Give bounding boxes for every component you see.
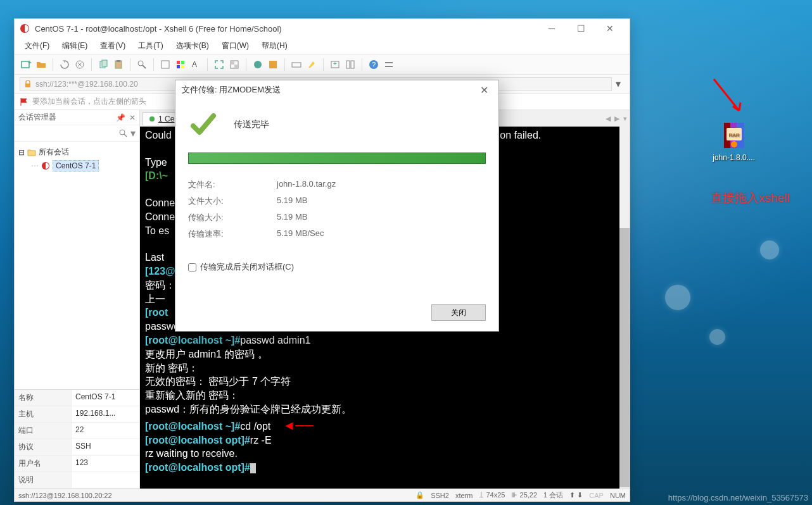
search-icon bbox=[119, 129, 128, 138]
toolbar: + A + ? bbox=[15, 54, 630, 75]
dialog-status: 传送完毕 bbox=[234, 119, 269, 130]
tab-prev[interactable]: ◀ bbox=[606, 115, 611, 123]
dialog-info: 文件名:john-1.8.0.tar.gz 文件大小:5.19 MB 传输大小:… bbox=[188, 177, 486, 242]
folder-icon bbox=[27, 148, 36, 157]
watermark: https://blog.csdn.net/weixin_53567573 bbox=[668, 493, 808, 502]
svg-rect-17 bbox=[177, 61, 180, 64]
transfer-dialog: 文件传输: 用ZMODEM发送 ✕ 传送完毕 文件名:john-1.8.0.ta… bbox=[175, 80, 499, 332]
statusbar: ssh://123@192.168.100.20:22 🔒 SSH2 xterm… bbox=[15, 489, 630, 501]
tb-color[interactable] bbox=[174, 58, 187, 71]
prop-desc-val bbox=[72, 472, 139, 488]
titlebar[interactable]: CentOS 7-1 - root@localhost:/opt - Xshel… bbox=[15, 19, 630, 38]
svg-point-6 bbox=[731, 141, 737, 147]
status-pos: 25,22 bbox=[520, 491, 538, 499]
dialog-checkbox-label: 传输完成后关闭对话框(C) bbox=[200, 261, 294, 273]
menu-window[interactable]: 窗口(W) bbox=[217, 39, 254, 53]
dlg-rate-label: 传输速率: bbox=[188, 228, 277, 240]
tree-session-label: CentOS 7-1 bbox=[53, 160, 99, 171]
prop-desc-key: 说明 bbox=[15, 472, 72, 488]
tb-keyboard[interactable] bbox=[290, 58, 303, 71]
tb-newtab[interactable]: + bbox=[329, 58, 341, 71]
status-address: ssh://123@192.168.100.20:22 bbox=[18, 492, 112, 499]
tb-help[interactable]: ? bbox=[367, 58, 380, 71]
tb-highlight[interactable] bbox=[305, 58, 318, 71]
svg-text:+: + bbox=[28, 59, 31, 66]
tb-xftp[interactable] bbox=[251, 58, 264, 71]
close-button[interactable]: ✕ bbox=[595, 19, 625, 38]
address-text: ssh://123:***@192.168.100.20 bbox=[35, 80, 138, 89]
sidebar: 会话管理器 📌 ✕ ▾ ⊟ 所有会话 ⋯ CentOS bbox=[15, 110, 140, 489]
dlg-filesize-value: 5.19 MB bbox=[277, 196, 307, 207]
prop-host-val: 192.168.1... bbox=[72, 406, 139, 422]
prop-user-val: 123 bbox=[72, 456, 139, 471]
svg-rect-24 bbox=[234, 65, 238, 68]
minimize-button[interactable]: ─ bbox=[537, 19, 566, 38]
tb-copy[interactable] bbox=[97, 58, 110, 71]
tree-root-label: 所有会话 bbox=[39, 147, 69, 158]
svg-rect-18 bbox=[181, 61, 184, 64]
dlg-filename-value: john-1.8.0.tar.gz bbox=[277, 179, 336, 190]
annotation-text: 直接拖入xshell bbox=[711, 190, 790, 206]
prop-host-key: 主机 bbox=[15, 406, 72, 422]
svg-text:+: + bbox=[333, 60, 337, 67]
address-dropdown[interactable]: ▾ bbox=[612, 78, 625, 90]
sidebar-header: 会话管理器 📌 ✕ bbox=[15, 110, 139, 125]
menu-tools[interactable]: 工具(T) bbox=[133, 39, 168, 53]
sidebar-pin-icon[interactable]: 📌 bbox=[116, 113, 125, 122]
menu-edit[interactable]: 编辑(E) bbox=[57, 39, 92, 53]
tree-session[interactable]: ⋯ CentOS 7-1 bbox=[18, 159, 136, 173]
sidebar-close-icon[interactable]: ✕ bbox=[129, 113, 136, 122]
status-sessions: 1 会话 bbox=[543, 490, 563, 500]
lock-icon bbox=[24, 80, 32, 88]
sidebar-title: 会话管理器 bbox=[18, 112, 56, 123]
app-icon bbox=[20, 23, 30, 34]
prop-name-key: 名称 bbox=[15, 390, 72, 406]
tb-script[interactable] bbox=[267, 58, 279, 71]
tab-menu[interactable]: ▾ bbox=[623, 115, 627, 123]
svg-rect-31 bbox=[351, 61, 354, 68]
window-title: CentOS 7-1 - root@localhost:/opt - Xshel… bbox=[35, 24, 537, 34]
status-num: NUM bbox=[610, 492, 626, 499]
prop-proto-val: SSH bbox=[72, 439, 139, 455]
tb-font[interactable]: A bbox=[189, 58, 202, 71]
tb-props[interactable] bbox=[159, 58, 172, 71]
svg-text:A: A bbox=[192, 60, 197, 69]
tab-next[interactable]: ▶ bbox=[614, 115, 619, 123]
maximize-button[interactable]: ☐ bbox=[566, 19, 595, 38]
tb-find[interactable] bbox=[136, 58, 148, 71]
prop-port-key: 端口 bbox=[15, 423, 72, 439]
tb-new-session[interactable]: + bbox=[20, 58, 32, 71]
status-ssh: SSH2 bbox=[431, 492, 449, 499]
tb-open[interactable] bbox=[35, 58, 48, 71]
dialog-close-btn[interactable]: 关闭 bbox=[431, 304, 486, 321]
dialog-close-button[interactable]: ✕ bbox=[476, 84, 492, 96]
tb-reconnect[interactable] bbox=[58, 58, 71, 71]
tb-more[interactable] bbox=[383, 58, 395, 71]
svg-rect-36 bbox=[25, 84, 30, 87]
tb-disconnect[interactable] bbox=[73, 58, 86, 71]
sidebar-search[interactable]: ▾ bbox=[15, 125, 139, 142]
tb-paste[interactable] bbox=[112, 58, 125, 71]
terminal-scrollbar[interactable] bbox=[619, 127, 630, 489]
tab-label: 1 Ce bbox=[158, 115, 174, 123]
menubar: 文件(F) 编辑(E) 查看(V) 工具(T) 选项卡(B) 窗口(W) 帮助(… bbox=[15, 38, 630, 54]
menu-file[interactable]: 文件(F) bbox=[20, 39, 54, 53]
tb-layout[interactable] bbox=[344, 58, 357, 71]
terminal-cursor bbox=[250, 463, 256, 473]
menu-view[interactable]: 查看(V) bbox=[95, 39, 130, 53]
dialog-checkbox-input[interactable] bbox=[188, 263, 196, 271]
svg-rect-16 bbox=[162, 61, 169, 68]
menu-help[interactable]: 帮助(H) bbox=[257, 39, 293, 53]
status-term: xterm bbox=[455, 492, 473, 499]
tb-transparent[interactable] bbox=[228, 58, 241, 71]
svg-text:?: ? bbox=[372, 61, 376, 68]
tb-fullscreen[interactable] bbox=[213, 58, 225, 71]
desktop-file-icon[interactable]: RAR john-1.8.0.... bbox=[713, 120, 755, 162]
svg-point-15 bbox=[138, 61, 143, 66]
hint-text: 要添加当前会话，点击左侧的箭头 bbox=[32, 96, 146, 107]
tree-root[interactable]: ⊟ 所有会话 bbox=[18, 146, 136, 159]
dialog-titlebar[interactable]: 文件传输: 用ZMODEM发送 ✕ bbox=[175, 80, 498, 99]
dialog-checkbox[interactable]: 传输完成后关闭对话框(C) bbox=[188, 261, 486, 273]
tree-collapse-icon[interactable]: ⊟ bbox=[18, 148, 25, 157]
menu-tab[interactable]: 选项卡(B) bbox=[171, 39, 214, 53]
